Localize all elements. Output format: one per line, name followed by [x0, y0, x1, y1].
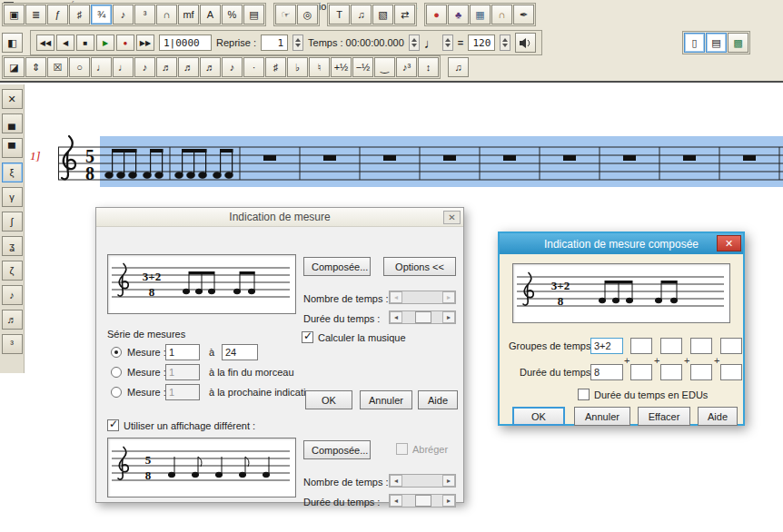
measure-from-input[interactable]	[165, 344, 200, 360]
cancel-button[interactable]: Annuler	[360, 390, 412, 409]
edus-checkbox[interactable]: Durée du temps en EDUs	[578, 389, 708, 400]
measure-range-radio[interactable]: Mesure :	[111, 347, 166, 358]
dialog-titlebar[interactable]: Indication de mesure composée ✕	[500, 233, 743, 254]
flat-icon[interactable]: ♭	[287, 57, 308, 77]
beat-duration-scrollbar[interactable]: ◂ ▸	[389, 310, 456, 324]
forward-button[interactable]: ▶▶	[136, 34, 154, 51]
tuplet-mode-icon[interactable]: ³	[2, 334, 23, 354]
display-beats-count-scrollbar[interactable]: ◂ ▸	[389, 474, 456, 488]
time-signature[interactable]: 5 8	[85, 146, 94, 183]
measure-to-end-radio[interactable]: Mesure :	[111, 367, 166, 378]
mixer-button[interactable]: ▩	[728, 33, 748, 53]
help-button[interactable]: Aide	[418, 390, 458, 409]
close-button[interactable]: ✕	[717, 235, 741, 251]
playback-note-button[interactable]: ♫	[448, 57, 469, 77]
page-layout-tool-icon[interactable]: ▤	[243, 5, 264, 25]
expression-tool-icon[interactable]: mf	[178, 5, 199, 25]
beam-mode-icon[interactable]: ♬	[2, 310, 23, 330]
tuplet-tool-icon[interactable]: ³	[134, 5, 155, 25]
tempo-field[interactable]: 120	[468, 34, 495, 51]
scroll-left-button[interactable]: ◂	[390, 311, 402, 323]
grace-note-icon[interactable]: ♪	[222, 57, 243, 77]
measure-to-next-radio[interactable]: Mesure :	[111, 387, 166, 398]
measure-to-input[interactable]	[222, 344, 258, 360]
scroll-track[interactable]	[402, 311, 442, 323]
scroll-right-button[interactable]: ▸	[442, 495, 455, 507]
clef-tool-icon[interactable]: ƒ	[47, 5, 68, 25]
scroll-right-button[interactable]: ▸	[442, 311, 455, 323]
thirty-second-note-icon[interactable]: ♬	[178, 57, 199, 77]
reprise-spinner[interactable]	[292, 34, 303, 51]
zoom-icon[interactable]: ◎	[297, 5, 318, 25]
beat-group-input-3[interactable]	[660, 338, 682, 354]
grapes-icon[interactable]: ♣	[448, 5, 469, 25]
scroll-right-button[interactable]: ▸	[442, 291, 455, 303]
tuplet-icon[interactable]: ♪³	[396, 57, 417, 77]
different-display-checkbox[interactable]: Utiliser un affichage différent :	[107, 419, 255, 431]
beat-group-input-5[interactable]	[720, 338, 742, 354]
sixty-fourth-note-icon[interactable]: ♬	[200, 57, 221, 77]
scroll-thumb[interactable]	[415, 495, 431, 507]
time-signature-tool-icon[interactable]: ¾	[91, 5, 112, 25]
cancel-button[interactable]: Annuler	[574, 407, 630, 426]
eighth-rest-icon[interactable]: γ	[2, 187, 23, 207]
speaker-button[interactable]	[515, 33, 536, 53]
selection-tool-icon[interactable]: ▣	[4, 5, 25, 25]
scroll-left-button[interactable]: ◂	[390, 475, 402, 487]
tempo-spinner[interactable]	[500, 34, 510, 51]
delete-note-icon[interactable]: ☒	[47, 57, 68, 77]
repeat-tool-icon[interactable]: %	[222, 5, 243, 25]
beat-group-input-1[interactable]	[590, 338, 623, 354]
scroll-left-button[interactable]: ◂	[390, 495, 402, 507]
display-composee-button[interactable]: Composée...	[303, 440, 371, 459]
playback-position-field[interactable]: 1|0000	[159, 34, 212, 51]
transport-collapse-button[interactable]: ◧	[2, 33, 23, 53]
natural-icon[interactable]: ♮	[309, 57, 330, 77]
eraser-icon[interactable]: ◪	[4, 57, 25, 77]
ok-button[interactable]: OK	[512, 407, 565, 426]
scroll-left-button[interactable]: ◂	[390, 291, 402, 303]
whole-rest-icon[interactable]: ▄	[2, 113, 23, 133]
eighth-note-icon[interactable]: ♪	[134, 57, 155, 77]
augmentation-dot-icon[interactable]: ·	[243, 57, 264, 77]
sixteenth-rest-icon[interactable]: ʃ	[2, 212, 23, 232]
ossia-tool-icon[interactable]: ♫	[351, 5, 372, 25]
lyrics-tool-icon[interactable]: A	[200, 5, 221, 25]
page-view-button[interactable]: ▯	[684, 33, 705, 53]
staff-tool-icon[interactable]: ≣	[25, 5, 46, 25]
clear-button[interactable]: Effacer	[638, 407, 690, 426]
mirror-tool-icon[interactable]: ⇄	[394, 5, 415, 25]
scroll-right-button[interactable]: ▸	[442, 475, 455, 487]
dialog-titlebar[interactable]: Indication de mesure ✕	[96, 208, 463, 227]
arch-icon[interactable]: ∩	[491, 5, 512, 25]
rewind-to-start-button[interactable]: ◀◀	[36, 34, 55, 51]
beat-duration-input-3[interactable]	[660, 364, 682, 380]
graphics-tool-icon[interactable]: ▧	[372, 5, 393, 25]
studio-view-button[interactable]: ▤	[706, 33, 727, 53]
help-button[interactable]: Aide	[698, 407, 738, 426]
beat-group-input-2[interactable]	[630, 338, 652, 354]
beats-count-scrollbar[interactable]: ◂ ▸	[389, 291, 456, 304]
window-icon[interactable]: ▦	[470, 5, 491, 25]
quarter-note-icon[interactable]: ♩	[113, 57, 134, 77]
apple-icon[interactable]: ●	[426, 5, 447, 25]
sixty-fourth-rest-icon[interactable]: ζ	[2, 261, 23, 281]
quill-icon[interactable]: ✒	[513, 5, 534, 25]
raise-half-step-icon[interactable]: +½	[331, 57, 352, 77]
tie-icon[interactable]: ‿	[374, 57, 395, 77]
flip-stem-icon[interactable]: ↕	[418, 57, 439, 77]
ok-button[interactable]: OK	[305, 390, 352, 409]
scroll-thumb[interactable]	[415, 311, 431, 323]
sixteenth-note-icon[interactable]: ♬	[156, 57, 177, 77]
display-beat-duration-scrollbar[interactable]: ◂ ▸	[389, 494, 456, 507]
key-signature-tool-icon[interactable]: ♯	[69, 5, 90, 25]
beat-group-input-4[interactable]	[690, 338, 712, 354]
beat-duration-input-5[interactable]	[720, 364, 742, 380]
play-button[interactable]: ▶	[96, 34, 114, 51]
note-mode-icon[interactable]: ♪	[2, 285, 23, 305]
rewind-button[interactable]: ◀	[56, 34, 74, 51]
record-button[interactable]: ●	[116, 34, 134, 51]
beat-duration-input-2[interactable]	[630, 364, 652, 380]
stop-button[interactable]: ■	[76, 34, 94, 51]
hand-grabber-icon[interactable]: ☞	[275, 5, 296, 25]
